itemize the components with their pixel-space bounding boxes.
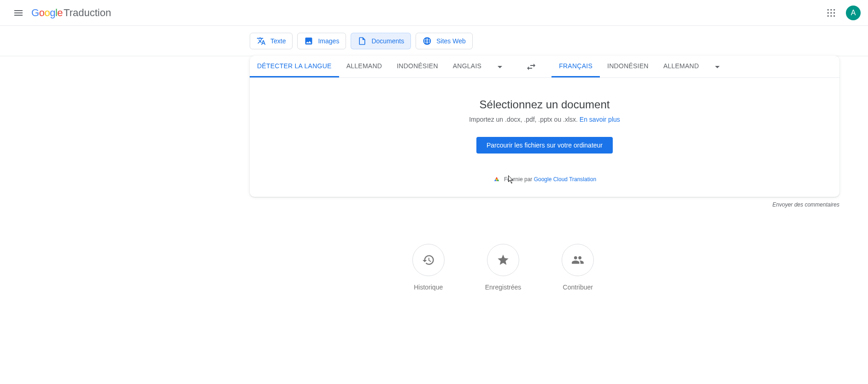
svg-point-7 <box>830 15 832 17</box>
document-icon <box>358 36 367 46</box>
svg-point-2 <box>833 9 835 10</box>
chevron-down-icon <box>494 61 505 72</box>
mode-tab-websites-label: Sites Web <box>436 37 466 45</box>
google-apps-button[interactable] <box>820 2 842 24</box>
send-feedback-link[interactable]: Envoyer des commentaires <box>250 201 839 208</box>
google-logo[interactable]: Google Traduction <box>31 7 111 19</box>
target-lang-1[interactable]: FRANÇAIS <box>551 56 600 77</box>
globe-icon <box>422 36 432 46</box>
doc-subtitle: Importez un .docx, .pdf, .pptx ou .xlsx.… <box>268 116 821 123</box>
target-lang-more-button[interactable] <box>706 56 728 77</box>
source-lang-detect[interactable]: DÉTECTER LA LANGUE <box>250 56 339 77</box>
svg-point-6 <box>827 15 829 17</box>
image-icon <box>304 36 313 46</box>
contribute-button[interactable]: Contribuer <box>562 244 594 291</box>
quick-actions: Historique Enregistrées Contribuer <box>250 244 757 291</box>
swap-icon <box>526 61 537 72</box>
account-avatar[interactable]: A <box>846 6 861 20</box>
target-lang-2[interactable]: INDONÉSIEN <box>600 56 656 77</box>
product-name: Traduction <box>64 7 111 19</box>
source-language-group: DÉTECTER LA LANGUE ALLEMAND INDONÉSIEN A… <box>250 56 511 77</box>
mode-tab-images[interactable]: Images <box>297 33 346 49</box>
svg-point-1 <box>830 9 832 10</box>
browse-files-button[interactable]: Parcourir les fichiers sur votre ordinat… <box>476 137 613 154</box>
svg-point-8 <box>833 15 835 17</box>
mode-tab-text[interactable]: Texte <box>250 33 293 49</box>
app-header: Google Traduction A <box>0 0 868 26</box>
document-drop-area[interactable]: Sélectionnez un document Importez un .do… <box>250 78 839 197</box>
mode-tab-documents[interactable]: Documents <box>351 33 411 49</box>
target-language-group: FRANÇAIS INDONÉSIEN ALLEMAND <box>551 56 728 77</box>
mode-tab-websites[interactable]: Sites Web <box>416 33 473 49</box>
main-menu-button[interactable] <box>7 2 29 24</box>
source-lang-2[interactable]: INDONÉSIEN <box>389 56 446 77</box>
source-lang-1[interactable]: ALLEMAND <box>339 56 389 77</box>
contribute-label: Contribuer <box>563 284 593 291</box>
translate-text-icon <box>257 36 266 46</box>
svg-point-4 <box>830 12 832 13</box>
history-label: Historique <box>414 284 443 291</box>
mode-strip: Texte Images Documents Sites Web <box>0 26 868 56</box>
mode-tab-text-label: Texte <box>270 37 286 45</box>
mode-tab-documents-label: Documents <box>371 37 404 45</box>
star-icon <box>497 254 510 266</box>
saved-button[interactable]: Enregistrées <box>485 244 522 291</box>
svg-point-5 <box>833 12 835 13</box>
doc-title: Sélectionnez un document <box>268 98 821 111</box>
mode-tab-images-label: Images <box>318 37 339 45</box>
saved-label: Enregistrées <box>485 284 522 291</box>
svg-point-0 <box>827 9 829 10</box>
language-bar: DÉTECTER LA LANGUE ALLEMAND INDONÉSIEN A… <box>250 56 839 78</box>
chevron-down-icon <box>712 61 723 72</box>
translation-card: DÉTECTER LA LANGUE ALLEMAND INDONÉSIEN A… <box>250 56 839 197</box>
svg-point-3 <box>827 12 829 13</box>
google-cloud-icon <box>493 176 500 183</box>
powered-by: Fournie par Google Cloud Translation <box>268 176 821 183</box>
history-button[interactable]: Historique <box>412 244 445 291</box>
people-icon <box>571 254 584 266</box>
source-lang-3[interactable]: ANGLAIS <box>446 56 489 77</box>
swap-languages-button[interactable] <box>520 56 542 77</box>
target-lang-3[interactable]: ALLEMAND <box>656 56 706 77</box>
source-lang-more-button[interactable] <box>489 56 511 77</box>
history-icon <box>422 254 435 266</box>
learn-more-link[interactable]: En savoir plus <box>580 116 620 123</box>
cloud-translation-link[interactable]: Google Cloud Translation <box>534 176 596 183</box>
